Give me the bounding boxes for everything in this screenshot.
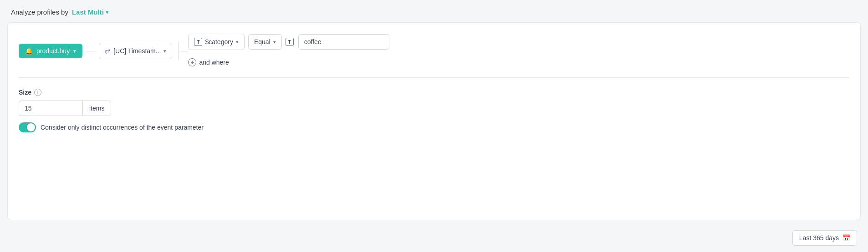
timestamp-label: [UC] Timestam... (113, 47, 161, 55)
category-label: $category (205, 38, 233, 45)
timestamp-chevron: ▾ (163, 48, 166, 54)
size-number-input[interactable] (19, 101, 82, 116)
multiselect-button[interactable]: Last Multi ▾ (72, 8, 108, 16)
bell-icon: 🔔 (25, 47, 33, 55)
product-button-label: product.buy (36, 47, 70, 55)
size-section: Size i items Consider only distinct occu… (19, 87, 849, 132)
size-input-row: items (19, 101, 849, 116)
condition-row-1: T $category ▾ Equal ▾ T (188, 34, 389, 50)
product-button[interactable]: 🔔 product.buy ▾ (19, 44, 82, 58)
calendar-icon: 📅 (842, 234, 850, 242)
size-label-row: Size i (19, 89, 849, 96)
multiselect-chevron: ▾ (106, 9, 108, 15)
info-icon: i (34, 89, 41, 96)
section-divider (19, 77, 849, 78)
and-where-label: and where (199, 59, 229, 66)
type-icon: T (194, 38, 202, 46)
branch-connector: T $category ▾ Equal ▾ T + (176, 34, 389, 68)
equal-label: Equal (254, 38, 271, 45)
multiselect-label: Last Multi (72, 8, 104, 16)
timestamp-dropdown[interactable]: ⇄ [UC] Timestam... ▾ (99, 43, 172, 59)
footer-bar: Last 365 days 📅 (0, 226, 868, 252)
toggle-knob (27, 123, 35, 131)
header: Analyze profiles by Last Multi ▾ (0, 0, 868, 22)
equal-dropdown[interactable]: Equal ▾ (248, 34, 282, 50)
value-input[interactable] (298, 34, 389, 50)
date-range-label: Last 365 days (799, 234, 839, 242)
main-card: 🔔 product.buy ▾ ⇄ [UC] Timestam... ▾ (7, 22, 861, 220)
conditions-column: T $category ▾ Equal ▾ T + (188, 34, 389, 68)
toggle-label: Consider only distinct occurrences of th… (41, 124, 204, 131)
toggle-row: Consider only distinct occurrences of th… (19, 122, 849, 132)
distinct-toggle[interactable] (19, 122, 36, 132)
items-label: items (82, 101, 111, 116)
connector-line (86, 51, 95, 51)
plus-circle-icon: + (188, 58, 196, 66)
value-type-icon: T (286, 38, 294, 46)
size-label: Size (19, 89, 31, 96)
product-chevron: ▾ (73, 48, 76, 54)
uc-icon: ⇄ (105, 47, 111, 55)
and-where-button[interactable]: + and where (188, 56, 389, 68)
category-dropdown[interactable]: T $category ▾ (188, 34, 244, 50)
equal-chevron: ▾ (273, 39, 276, 45)
date-range-button[interactable]: Last 365 days 📅 (792, 230, 857, 246)
category-chevron: ▾ (236, 39, 239, 45)
header-prefix: Analyze profiles by (11, 8, 68, 16)
filter-row: 🔔 product.buy ▾ ⇄ [UC] Timestam... ▾ (19, 34, 849, 68)
